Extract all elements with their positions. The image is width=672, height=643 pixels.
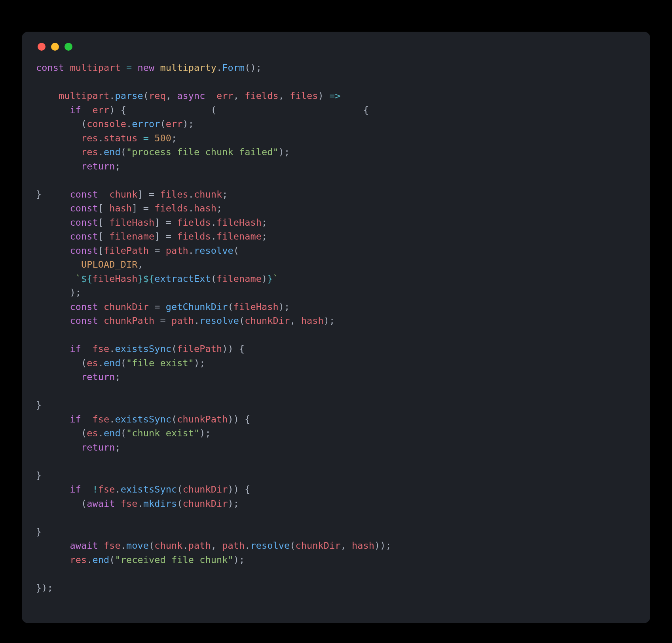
- tok: );: [199, 428, 211, 439]
- tok: }: [267, 273, 273, 284]
- tok: move: [126, 540, 149, 551]
- tok: existsSync: [115, 414, 171, 425]
- tok: parse: [115, 90, 143, 101]
- tok: if: [70, 343, 82, 354]
- tok: fields: [245, 90, 279, 101]
- tok: ;: [171, 133, 177, 144]
- tok: ${: [81, 273, 93, 284]
- tok: const: [70, 231, 98, 242]
- tok: chunkPath: [177, 414, 228, 425]
- tok: multipart: [70, 62, 121, 73]
- tok: ;: [262, 217, 267, 228]
- tok: );: [194, 358, 205, 369]
- tok: );: [70, 287, 82, 298]
- tok: error: [132, 118, 160, 129]
- tok: fse: [98, 484, 115, 495]
- tok: es: [87, 428, 98, 439]
- tok: fields: [154, 203, 188, 214]
- tok: {: [363, 105, 368, 116]
- tok: hash: [301, 315, 324, 326]
- tok: =: [149, 301, 166, 312]
- tok: =>: [329, 90, 341, 101]
- tok: resolve: [251, 540, 290, 551]
- tok: )) {: [228, 484, 250, 495]
- tok: resolve: [194, 245, 233, 256]
- tok: !: [93, 484, 98, 495]
- tok: chunk: [109, 189, 137, 200]
- tok: err: [166, 118, 183, 129]
- tok: ] =: [154, 231, 177, 242]
- tok: );: [183, 118, 194, 129]
- tok: ));: [374, 540, 391, 551]
- tok: `: [76, 273, 81, 284]
- tok: "process file chunk failed": [126, 146, 279, 158]
- tok: );: [233, 554, 245, 565]
- tok: ${: [143, 273, 155, 284]
- tok: ;: [115, 161, 121, 172]
- tok: [: [98, 203, 110, 214]
- tok: [: [98, 217, 110, 228]
- tok: filePath: [104, 245, 149, 256]
- tok: fields: [177, 217, 211, 228]
- tok: ;: [216, 203, 222, 214]
- tok: UPLOAD_DIR: [81, 259, 137, 270]
- tok: chunkDir: [296, 540, 341, 551]
- tok: new: [137, 62, 154, 73]
- tok: const: [70, 301, 98, 312]
- tok: resolve: [199, 315, 239, 326]
- close-icon[interactable]: [38, 43, 46, 51]
- tok: end: [104, 358, 121, 369]
- tok: async: [177, 90, 205, 101]
- tok: chunkDir: [183, 498, 228, 509]
- tok: [: [98, 245, 104, 256]
- tok: hash: [352, 540, 374, 551]
- tok: ;: [115, 371, 121, 382]
- tok: fse: [93, 414, 110, 425]
- tok: ] =: [138, 189, 160, 200]
- tok: multipart: [59, 90, 109, 101]
- tok: const: [70, 245, 98, 256]
- tok: fileHash: [109, 217, 154, 228]
- tok: return: [81, 442, 115, 453]
- tok: multiparty: [160, 62, 216, 73]
- tok: path: [171, 315, 194, 326]
- tok: ] =: [132, 203, 154, 214]
- tok: const: [70, 217, 98, 228]
- tok: (: [81, 118, 87, 129]
- tok: extractExt: [154, 273, 211, 284]
- tok: files: [160, 189, 188, 200]
- tok: const: [36, 62, 64, 73]
- tok: =: [126, 62, 132, 73]
- tok: res: [70, 554, 87, 565]
- zoom-icon[interactable]: [65, 43, 72, 51]
- tok: const: [70, 203, 98, 214]
- tok: );: [324, 315, 335, 326]
- tok: filePath: [177, 343, 222, 354]
- tok: fileHash: [233, 301, 279, 312]
- tok: fse: [121, 498, 138, 509]
- tok: path: [166, 245, 188, 256]
- tok: if: [70, 414, 82, 425]
- tok: const: [70, 315, 98, 326]
- tok: ();: [245, 62, 262, 73]
- tok: (: [81, 498, 87, 509]
- tok: res: [81, 133, 98, 144]
- tok: fileHash: [216, 217, 262, 228]
- tok: }: [138, 273, 143, 284]
- tok: (: [211, 105, 216, 116]
- tok: (: [81, 428, 87, 439]
- tok: err: [93, 105, 110, 116]
- tok: chunk: [154, 540, 182, 551]
- tok: (: [81, 358, 87, 369]
- tok: es: [87, 358, 98, 369]
- tok: =: [154, 315, 171, 326]
- tok: end: [104, 428, 121, 439]
- tok: );: [228, 498, 239, 509]
- tok: path: [222, 540, 245, 551]
- tok: console: [87, 118, 126, 129]
- window-traffic-lights: [36, 43, 636, 51]
- minimize-icon[interactable]: [51, 43, 59, 51]
- tok: existsSync: [121, 484, 177, 495]
- tok: fse: [93, 343, 110, 354]
- tok: if: [70, 105, 82, 116]
